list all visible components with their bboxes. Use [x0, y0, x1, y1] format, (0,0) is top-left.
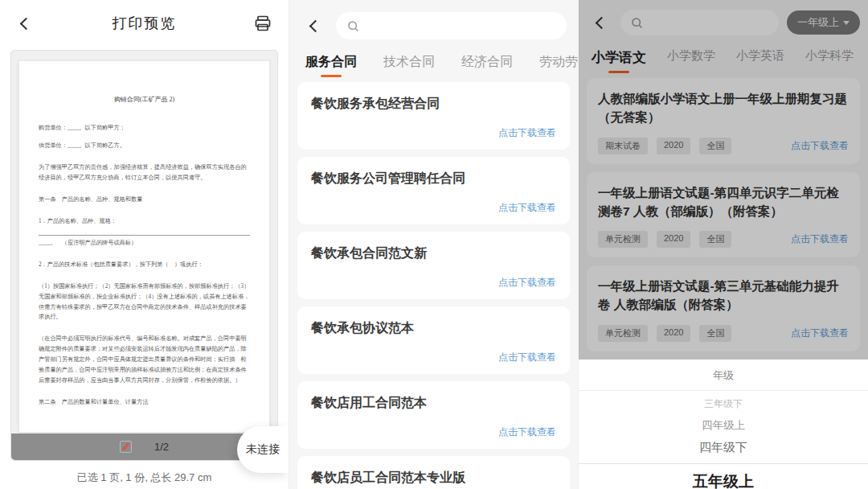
doc-paragraph: （在合同中必须写明执行的标准代号、编号和标准名称。对成套产品，合同中要明确规定附…: [39, 334, 250, 386]
doc-paragraph: 2．产品的技术标准（包括质量要求），按下列第（ ）项执行：: [39, 260, 250, 270]
download-link[interactable]: 点击下载查看: [311, 351, 556, 364]
tab-technical-contract[interactable]: 技术合同: [383, 54, 435, 71]
doc-paragraph: （1）按国家标准执行；（2）无国家标准而有部颁标准的，按部颁标准执行；（3）无国…: [39, 281, 250, 323]
back-button[interactable]: [304, 14, 326, 37]
picker-option-grade4-up[interactable]: 四年级上: [579, 418, 868, 433]
picker-option-grade4-down[interactable]: 四年级下: [579, 440, 868, 455]
tab-service-contract[interactable]: 服务合同: [305, 54, 357, 71]
study-papers-panel: 一年级上 小学语文 小学数学 小学英语 小学科学 人教部编版小学语文上册一年级上…: [579, 0, 868, 489]
contract-card[interactable]: 餐饮承包合同范文新 点击下载查看: [297, 232, 570, 299]
back-chevron-icon: [309, 19, 321, 32]
download-link[interactable]: 点击下载查看: [311, 126, 556, 140]
document-preview-area: 购销合同(工矿产品 2) 购货单位：____。以下简称甲方； 供货单位：____…: [10, 50, 278, 461]
page-checkbox[interactable]: [120, 441, 132, 453]
download-link[interactable]: 点击下载查看: [311, 425, 556, 439]
doc-paragraph: ____。 （应注明产品的牌号或商标）: [39, 235, 250, 249]
doc-paragraph: 购货单位：____。以下简称甲方；: [39, 123, 250, 134]
download-link[interactable]: 点击下载查看: [311, 201, 556, 215]
contract-category-tabs: 服务合同 技术合同 经济合同 劳动劳务合: [289, 46, 578, 82]
document-title: 购销合同(工矿产品 2): [39, 95, 250, 104]
doc-paragraph: 为了增强甲乙双方的责任感，加强经济核算，提高经济效益，确保双方实现各自的经济目的…: [39, 162, 250, 183]
search-input[interactable]: [336, 12, 567, 39]
back-button[interactable]: [14, 12, 37, 35]
contract-title: 餐饮店员工合同范本专业版: [311, 470, 556, 487]
contracts-header: [289, 0, 578, 46]
contract-title: 餐饮店用工合同范本: [311, 395, 556, 412]
contract-title: 餐饮承包协议范本: [311, 320, 556, 337]
search-icon: [346, 19, 360, 33]
doc-paragraph: 第二条 产品的数量和计量单位、计量方法: [39, 397, 250, 408]
contract-card[interactable]: 餐饮服务公司管理聘任合同 点击下载查看: [297, 157, 570, 224]
doc-paragraph: 1．产品的名称、品种、规格：: [39, 216, 250, 227]
print-preview-header: 打印预览: [0, 0, 289, 47]
contract-card[interactable]: 餐饮店员工合同范本专业版 点击下载查看: [297, 456, 570, 489]
picker-option-grade5-up[interactable]: 五年级上: [579, 471, 868, 489]
tab-economic-contract[interactable]: 经济合同: [461, 54, 513, 71]
print-preview-panel: 打印预览 购销合同(工矿产品 2) 购货单位：____。以下简称甲方； 供货单位…: [0, 0, 289, 489]
contract-card[interactable]: 餐饮店用工合同范本 点击下载查看: [297, 381, 570, 449]
screenshot-root: 打印预览 购销合同(工矿产品 2) 购货单位：____。以下简称甲方； 供货单位…: [0, 0, 868, 489]
connection-status-label: 未连接: [246, 442, 280, 457]
contract-title: 餐饮服务公司管理聘任合同: [311, 171, 556, 187]
doc-paragraph: 供货单位：____。以下简称乙方。: [39, 141, 250, 151]
document-page: 购销合同(工矿产品 2) 购货单位：____。以下简称甲方； 供货单位：____…: [18, 60, 270, 433]
contracts-panel: 服务合同 技术合同 经济合同 劳动劳务合 餐饮服务承包经营合同 点击下载查看 餐…: [289, 0, 579, 489]
picker-selection-divider: [579, 463, 868, 464]
picker-title: 年级: [579, 360, 868, 391]
printer-icon: [253, 14, 272, 33]
print-summary-status: 已选 1 页, 1 份, 总长 29.7 cm: [0, 471, 289, 485]
picker-option-grade3-down[interactable]: 三年级下: [579, 397, 868, 411]
print-button[interactable]: [252, 12, 274, 35]
contract-title: 餐饮服务承包经营合同: [311, 96, 556, 113]
page-checkbox-check-icon: [122, 443, 129, 450]
contract-title: 餐饮承包合同范文新: [311, 245, 556, 262]
printer-connection-badge[interactable]: 未连接: [237, 426, 289, 473]
doc-paragraph: 第一条 产品的名称、品种、规格和数量: [39, 195, 250, 205]
grade-picker-sheet: 年级 三年级下 四年级上 四年级下 五年级上: [579, 360, 868, 489]
contract-card[interactable]: 餐饮承包协议范本 点击下载查看: [297, 306, 570, 374]
back-chevron-icon: [19, 17, 32, 30]
modal-dim-overlay[interactable]: [579, 0, 868, 360]
tab-labor-contract[interactable]: 劳动劳务合: [539, 54, 578, 71]
download-link[interactable]: 点击下载查看: [311, 276, 556, 290]
contract-card[interactable]: 餐饮服务承包经营合同 点击下载查看: [297, 82, 570, 150]
page-title: 打印预览: [113, 14, 177, 33]
page-indicator: 1/2: [154, 441, 169, 453]
